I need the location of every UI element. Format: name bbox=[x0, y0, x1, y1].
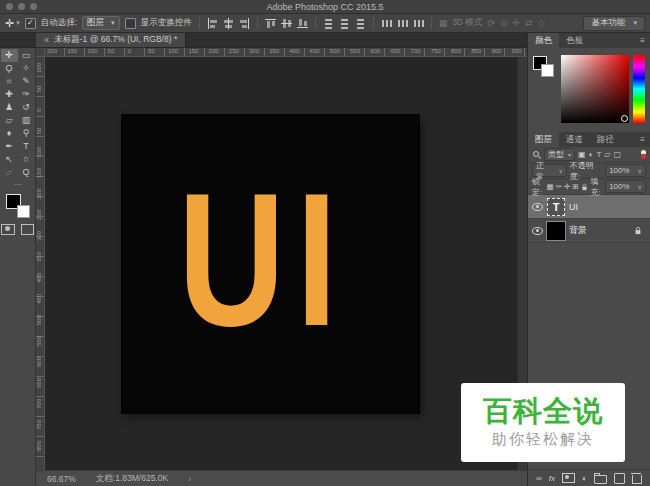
zoom-window-icon[interactable] bbox=[30, 3, 37, 10]
tab-color[interactable]: 颜色 bbox=[528, 33, 559, 48]
ruler-label: 650 bbox=[36, 374, 42, 392]
eyedropper-tool-icon[interactable]: ✎ bbox=[18, 75, 35, 88]
lasso-tool-icon[interactable]: Ϙ bbox=[1, 62, 18, 75]
visibility-eye-icon[interactable] bbox=[532, 227, 543, 235]
distribute-top-icon[interactable] bbox=[323, 18, 334, 29]
pasteboard[interactable]: UI bbox=[45, 57, 527, 470]
filter-toggle-icon[interactable] bbox=[641, 150, 646, 159]
opacity-dropdown[interactable]: 100% bbox=[605, 164, 646, 177]
tab-layers[interactable]: 图层 bbox=[528, 132, 559, 147]
lock-artboard-icon[interactable]: ⊞ bbox=[572, 182, 578, 191]
align-left-icon[interactable] bbox=[207, 18, 218, 29]
layer-name[interactable]: 背景 bbox=[569, 224, 587, 237]
brush-tool-icon[interactable]: ✑ bbox=[18, 88, 35, 101]
align-center-h-icon[interactable] bbox=[223, 18, 234, 29]
fill-dropdown[interactable]: 100% bbox=[605, 180, 646, 193]
auto-align-icon[interactable]: ▦ bbox=[439, 18, 448, 28]
gradient-tool-icon[interactable]: ▥ bbox=[18, 114, 35, 127]
pen-tool-icon[interactable]: ✒ bbox=[1, 140, 18, 153]
3d-scale-icon[interactable]: ◇ bbox=[538, 18, 545, 28]
distribute-center-icon[interactable] bbox=[397, 18, 408, 29]
workspace-switcher-dropdown[interactable]: 基本功能 bbox=[583, 16, 645, 31]
new-group-icon[interactable] bbox=[594, 475, 607, 484]
3d-slide-icon[interactable]: ⇄ bbox=[525, 18, 533, 28]
zoom-level-field[interactable]: 66.67% bbox=[47, 474, 76, 484]
layer-row-ui[interactable]: T UI bbox=[528, 195, 650, 219]
saturation-brightness-field[interactable] bbox=[561, 55, 629, 123]
lock-pixels-icon[interactable]: ✑ bbox=[556, 182, 562, 191]
crop-tool-icon[interactable]: ⌗ bbox=[1, 75, 18, 88]
tab-paths[interactable]: 路径 bbox=[590, 132, 621, 147]
background-color-swatch[interactable] bbox=[17, 205, 30, 218]
lock-all-icon[interactable] bbox=[581, 183, 588, 191]
ruler-label: 100 bbox=[36, 143, 42, 161]
filter-type-layers-icon[interactable]: T bbox=[596, 150, 601, 159]
align-right-icon[interactable] bbox=[239, 18, 250, 29]
close-tab-icon[interactable]: × bbox=[44, 35, 49, 45]
healing-brush-tool-icon[interactable]: ✚ bbox=[1, 88, 18, 101]
lock-transparent-icon[interactable]: ▦ bbox=[547, 182, 554, 191]
move-tool-icon[interactable]: ✛ bbox=[1, 49, 18, 62]
blur-tool-icon[interactable]: ♦ bbox=[1, 127, 18, 140]
ruler-corner[interactable] bbox=[36, 48, 45, 57]
marquee-tool-icon[interactable]: ▭ bbox=[18, 49, 35, 62]
ruler-label: 500 bbox=[36, 311, 42, 329]
layer-effects-icon[interactable]: fx bbox=[549, 474, 555, 483]
ruler-label: 850 bbox=[471, 48, 481, 54]
distribute-left-icon[interactable] bbox=[381, 18, 392, 29]
text-layer-thumbnail[interactable]: T bbox=[547, 198, 565, 216]
layer-row-background[interactable]: 背景 bbox=[528, 219, 650, 243]
horizontal-ruler[interactable]: 2001501005005010015020025030035040045050… bbox=[45, 48, 527, 57]
add-layer-mask-icon[interactable] bbox=[562, 473, 575, 483]
filter-shape-layers-icon[interactable]: ▱ bbox=[604, 150, 610, 159]
path-select-tool-icon[interactable]: ↖ bbox=[1, 153, 18, 166]
color-field-marker[interactable] bbox=[621, 115, 628, 122]
minimize-window-icon[interactable] bbox=[18, 3, 25, 10]
show-transform-checkbox[interactable] bbox=[125, 18, 136, 29]
align-bottom-icon[interactable] bbox=[297, 18, 308, 29]
edit-toolbar-ellipsis-icon[interactable]: … bbox=[0, 179, 35, 189]
quick-mask-mode-icon[interactable] bbox=[1, 224, 15, 235]
vertical-ruler[interactable]: 1005005010015020025030035040045050055060… bbox=[36, 57, 45, 470]
distribute-middle-icon[interactable] bbox=[339, 18, 350, 29]
align-middle-icon[interactable] bbox=[281, 18, 292, 29]
filter-smart-objects-icon[interactable]: ▢ bbox=[613, 150, 621, 159]
distribute-bottom-icon[interactable] bbox=[355, 18, 366, 29]
align-top-icon[interactable] bbox=[265, 18, 276, 29]
close-window-icon[interactable] bbox=[6, 3, 13, 10]
delete-layer-icon[interactable] bbox=[632, 475, 642, 484]
layer-name[interactable]: UI bbox=[569, 202, 578, 212]
tab-channels[interactable]: 通道 bbox=[559, 132, 590, 147]
new-layer-icon[interactable] bbox=[614, 473, 625, 484]
3d-rotate-icon[interactable]: ⟳ bbox=[487, 18, 495, 28]
lock-position-icon[interactable]: ✛ bbox=[564, 182, 570, 191]
history-brush-tool-icon[interactable]: ↺ bbox=[18, 101, 35, 114]
hue-slider[interactable] bbox=[633, 55, 645, 123]
status-options-arrow-icon[interactable]: › bbox=[188, 474, 191, 484]
type-tool-icon[interactable]: T bbox=[18, 140, 35, 153]
dodge-tool-icon[interactable]: ⚲ bbox=[18, 127, 35, 140]
eraser-tool-icon[interactable]: ▱ bbox=[1, 114, 18, 127]
3d-roll-icon[interactable]: ⊙ bbox=[500, 18, 508, 28]
tab-swatches[interactable]: 色板 bbox=[559, 33, 590, 48]
auto-select-checkbox[interactable]: ✓ bbox=[25, 18, 36, 29]
color-panel-menu-icon[interactable]: ≡ bbox=[640, 36, 645, 45]
adjustment-layer-icon[interactable]: ◐ bbox=[582, 474, 587, 483]
auto-select-target-dropdown[interactable]: 图层 bbox=[82, 16, 120, 30]
distribute-right-icon[interactable] bbox=[413, 18, 424, 29]
layers-panel-menu-icon[interactable]: ≡ bbox=[640, 135, 645, 144]
screen-mode-icon[interactable] bbox=[21, 224, 34, 235]
link-layers-icon[interactable]: ∞ bbox=[536, 474, 542, 483]
clone-stamp-tool-icon[interactable]: ♟ bbox=[1, 101, 18, 114]
visibility-eye-icon[interactable] bbox=[532, 203, 543, 211]
panel-background-swatch[interactable] bbox=[541, 64, 554, 77]
shape-tool-icon[interactable]: ○ bbox=[18, 153, 35, 166]
tool-preset-dropdown[interactable]: ✛ ▾ bbox=[5, 17, 20, 30]
document-tab[interactable]: × 未标题-1 @ 66.7% (UI, RGB/8) * bbox=[36, 33, 186, 47]
background-layer-thumbnail[interactable] bbox=[547, 222, 565, 240]
magic-wand-tool-icon[interactable]: ✧ bbox=[18, 62, 35, 75]
filter-pixel-layers-icon[interactable]: ▣ bbox=[578, 150, 586, 159]
filter-adjustment-layers-icon[interactable]: ◐ bbox=[589, 150, 594, 159]
canvas[interactable]: UI bbox=[122, 115, 419, 413]
3d-drag-icon[interactable]: ✛ bbox=[512, 18, 520, 28]
